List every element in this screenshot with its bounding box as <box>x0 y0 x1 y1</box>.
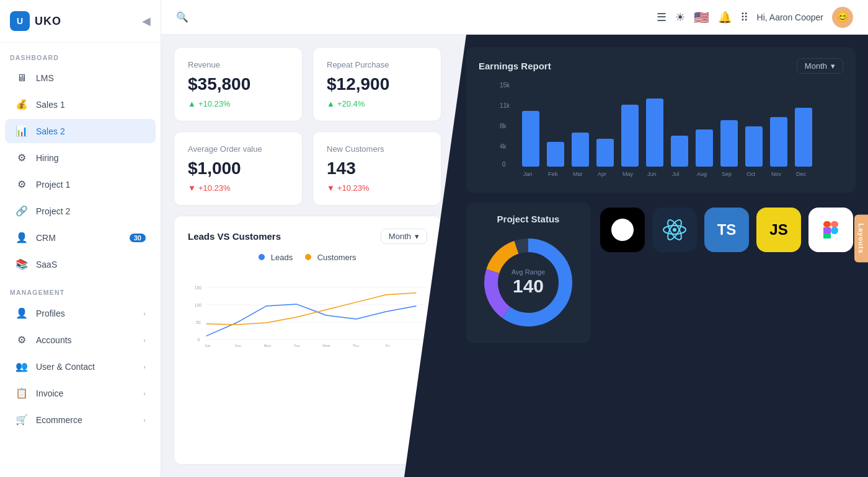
sidebar-item-sales1[interactable]: 💰 Sales 1 <box>5 92 156 116</box>
svg-text:Sat: Sat <box>205 344 210 348</box>
sidebar-item-profiles[interactable]: 👤 Profiles › <box>5 301 156 325</box>
sidebar-header: U UKO ◀ <box>0 0 161 43</box>
sidebar-item-project1[interactable]: ⚙ Project 1 <box>5 172 156 196</box>
svg-text:Oct: Oct <box>746 171 756 177</box>
avatar: 😊 <box>832 7 853 28</box>
avg-order-label: Average Order value <box>188 144 288 154</box>
light-panel: Revenue $35,800 ▲ +10.23% Repeat Purchas… <box>161 35 454 477</box>
avg-order-value: $1,000 <box>188 159 288 178</box>
sales1-icon: 💰 <box>15 98 29 110</box>
dark-panel: Earnings Report Month ▾ 15k 11k 8k 4k 0 <box>404 35 868 477</box>
new-customers-label: New Customers <box>327 144 427 154</box>
revenue-value: $35,800 <box>188 74 288 94</box>
chevron-down-icon: ▾ <box>415 232 419 241</box>
user-contact-icon: 👥 <box>15 361 29 372</box>
leads-legend-label: Leads <box>271 253 293 262</box>
sidebar-collapse-button[interactable]: ◀ <box>142 14 151 28</box>
apps-grid-icon[interactable]: ⠿ <box>740 11 748 24</box>
down-arrow-icon: ▼ <box>327 183 335 193</box>
logo-text: UKO <box>35 15 61 28</box>
ecommerce-icon: 🛒 <box>15 414 29 426</box>
hiring-icon: ⚙ <box>15 152 29 164</box>
profiles-chevron-icon: › <box>143 310 146 317</box>
sidebar-item-hiring[interactable]: ⚙ Hiring <box>5 146 156 170</box>
chevron-down-icon: ▾ <box>831 61 835 71</box>
project-status-title: Project Status <box>497 214 560 224</box>
svg-text:150: 150 <box>195 286 202 290</box>
lms-icon: 🖥 <box>15 72 29 84</box>
svg-text:100: 100 <box>195 303 202 307</box>
sidebar-item-ecommerce[interactable]: 🛒 Ecommerce › <box>5 408 156 432</box>
typescript-icon[interactable]: TS <box>704 208 749 252</box>
crm-icon: 👤 <box>15 232 29 243</box>
language-flag-icon[interactable]: 🇺🇸 <box>694 10 709 25</box>
react-icon[interactable] <box>652 208 697 252</box>
svg-text:Jul: Jul <box>672 171 680 177</box>
svg-rect-55 <box>823 227 831 234</box>
theme-toggle-icon[interactable]: ☀ <box>675 11 685 24</box>
sidebar-item-user-contact[interactable]: 👥 User & Contact › <box>5 354 156 379</box>
svg-rect-21 <box>547 142 564 167</box>
sidebar-item-lms[interactable]: 🖥 LMS <box>5 66 156 90</box>
figma-icon[interactable] <box>808 208 853 252</box>
new-customers-value: 143 <box>327 159 427 178</box>
topbar: 🔍 ☰ ☀ 🇺🇸 🔔 ⠿ Hi, Aaron Cooper 😊 <box>161 0 868 35</box>
sidebar-item-label: LMS <box>36 73 54 83</box>
svg-rect-24 <box>621 105 639 167</box>
sidebar-item-invoice[interactable]: 📋 Invoice › <box>5 381 156 405</box>
sidebar: U UKO ◀ DASHBOARD 🖥 LMS 💰 Sales 1 📊 Sale… <box>0 0 161 477</box>
svg-text:Thu: Thu <box>352 344 358 348</box>
svg-rect-28 <box>720 120 738 167</box>
layouts-tab[interactable]: Layouts <box>854 214 868 262</box>
svg-text:11k: 11k <box>500 102 510 109</box>
profiles-icon: 👤 <box>15 307 29 319</box>
leads-chart-title: Leads VS Customers <box>188 231 281 242</box>
crm-badge: 30 <box>130 234 146 242</box>
search-wrap: 🔍 <box>176 11 647 23</box>
javascript-icon[interactable]: JS <box>756 208 801 252</box>
svg-text:Aug: Aug <box>697 171 707 177</box>
svg-rect-53 <box>823 221 831 227</box>
leads-month-dropdown[interactable]: Month ▾ <box>381 229 427 244</box>
svg-text:Jun: Jun <box>647 171 657 177</box>
sidebar-item-crm[interactable]: 👤 CRM 30 <box>5 225 156 250</box>
donut-center-label: Avg Range 140 <box>512 268 545 297</box>
sidebar-item-project2[interactable]: 🔗 Project 2 <box>5 199 156 223</box>
svg-text:Mar: Mar <box>573 171 583 177</box>
sidebar-item-label: Project 1 <box>36 180 70 190</box>
customers-legend-label: Customers <box>317 253 356 262</box>
svg-text:Fri: Fri <box>385 344 389 348</box>
sidebar-item-label: Accounts <box>36 335 72 345</box>
sidebar-item-label: Project 2 <box>36 206 70 216</box>
logo-icon: U <box>10 11 30 31</box>
notifications-icon[interactable]: 🔔 <box>718 11 732 24</box>
ecommerce-chevron-icon: › <box>143 416 146 424</box>
tech-icons-row: TS JS <box>600 208 856 252</box>
sidebar-item-label: Hiring <box>36 153 59 163</box>
sidebar-item-saas[interactable]: 📚 SaaS <box>5 252 156 276</box>
avg-order-card: Average Order value $1,000 ▼ +10.23% <box>174 131 303 206</box>
leads-chart-header: Leads VS Customers Month ▾ <box>188 229 427 244</box>
sidebar-item-label: Ecommerce <box>36 415 82 425</box>
sidebar-item-label: Invoice <box>36 388 63 398</box>
sidebar-item-sales2[interactable]: 📊 Sales 2 <box>5 119 156 143</box>
menu-icon[interactable]: ☰ <box>657 11 666 24</box>
logo: U UKO <box>10 11 61 31</box>
svg-text:Dec: Dec <box>796 171 807 177</box>
topbar-actions: ☰ ☀ 🇺🇸 🔔 ⠿ Hi, Aaron Cooper 😊 <box>657 7 853 28</box>
leads-chart-card: Leads VS Customers Month ▾ Leads Custome… <box>174 216 441 465</box>
sales2-icon: 📊 <box>15 125 29 137</box>
sidebar-item-accounts[interactable]: ⚙ Accounts › <box>5 328 156 352</box>
svg-text:0: 0 <box>198 338 200 342</box>
invoice-icon: 📋 <box>15 387 29 399</box>
revenue-change: ▲ +10.23% <box>188 99 288 108</box>
nextjs-icon[interactable] <box>600 208 645 252</box>
new-customers-change: ▼ +10.23% <box>327 183 427 193</box>
repeat-purchase-change: ▲ +20.4% <box>327 99 427 108</box>
invoice-chevron-icon: › <box>143 390 146 397</box>
repeat-purchase-value: $12,900 <box>327 74 427 94</box>
earnings-month-dropdown[interactable]: Month ▾ <box>797 58 843 74</box>
svg-text:May: May <box>622 171 634 177</box>
svg-text:Tue: Tue <box>294 344 301 348</box>
svg-text:50: 50 <box>196 320 201 325</box>
